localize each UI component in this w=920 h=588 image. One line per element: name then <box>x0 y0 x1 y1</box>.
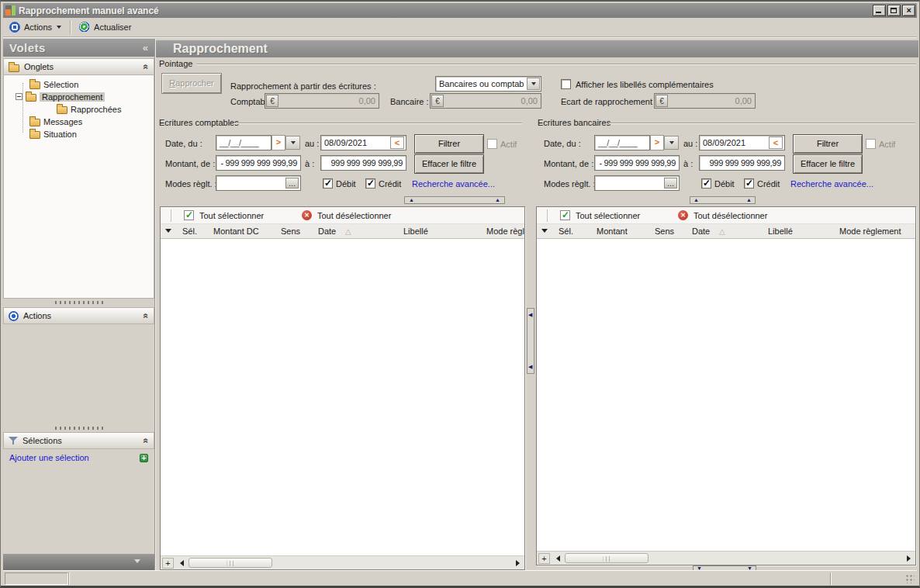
column-header[interactable]: Montant DC <box>213 227 259 236</box>
minimize-button[interactable] <box>873 5 886 16</box>
au-label: au : <box>683 139 697 148</box>
filtrer-button[interactable]: Filtrer <box>793 134 863 154</box>
collapse-expander-icon[interactable] <box>16 93 22 100</box>
select-all-link[interactable]: Tout sélectionner <box>199 211 264 220</box>
tree-item-rapprochees[interactable]: Rapprochées <box>57 103 121 115</box>
date-picker-button[interactable]: < <box>769 137 783 149</box>
montant-from-field[interactable]: - 999 999 999 999,99 <box>594 155 680 171</box>
date-fill-button[interactable]: > <box>650 135 664 150</box>
select-all-link[interactable]: Tout sélectionner <box>576 211 640 220</box>
column-header[interactable]: Sél. <box>182 227 197 236</box>
source-label: Rapprochement à partir des écritures : <box>230 81 376 91</box>
column-header[interactable]: Mode règlement <box>839 227 901 236</box>
column-header[interactable]: Montant <box>597 227 628 236</box>
recherche-avancee-link[interactable]: Recherche avancée... <box>412 179 495 189</box>
modes-reglement-field[interactable]: ... <box>216 175 301 191</box>
row-selector-icon[interactable] <box>165 229 171 233</box>
debit-checkbox[interactable] <box>323 178 333 189</box>
filter-group-comptables: Ecritures comptables Date, du : __/__/__… <box>156 118 525 195</box>
column-header[interactable]: Libellé <box>403 227 428 236</box>
page-title: Rapprochement <box>156 40 918 57</box>
grid-body[interactable] <box>161 239 524 555</box>
grid-body[interactable] <box>537 239 915 551</box>
au-label: au : <box>305 139 319 148</box>
refresh-button[interactable]: Actualiser <box>73 19 137 36</box>
actions-menu-button[interactable]: Actions <box>3 19 67 36</box>
rapprocher-button[interactable]: Rapprocher <box>161 73 222 94</box>
credit-checkbox[interactable] <box>365 178 375 189</box>
effacer-filtre-button[interactable]: Effacer le filtre <box>414 154 484 174</box>
debit-checkbox[interactable] <box>701 178 711 189</box>
section-selections[interactable]: Sélections « <box>3 432 154 449</box>
collapse-splitter[interactable]: ▲ ▲ <box>404 196 505 204</box>
filtrer-button[interactable]: Filtrer <box>414 134 484 154</box>
date-to-field[interactable]: 08/09/2021 < <box>320 135 406 150</box>
combo-dropdown-button[interactable] <box>527 78 540 90</box>
column-header[interactable]: Sens <box>655 227 674 236</box>
sidebar-bottom-bar[interactable] <box>3 554 154 570</box>
scroll-left-icon[interactable] <box>556 555 560 562</box>
tree-item-selection[interactable]: Sélection <box>29 78 78 90</box>
column-header[interactable]: Sél. <box>559 227 573 236</box>
maximize-button[interactable] <box>887 5 901 16</box>
horizontal-scrollbar[interactable]: + <box>161 555 524 569</box>
grid-toolbar: Tout sélectionner ✕ Tout désélectionner <box>537 207 915 224</box>
scroll-left-icon[interactable] <box>180 560 184 566</box>
date-fill-button[interactable]: > <box>272 135 285 150</box>
source-combobox[interactable]: Bancaires ou comptab <box>435 76 541 92</box>
effacer-filtre-button[interactable]: Effacer le filtre <box>793 154 863 174</box>
modes-reglement-field[interactable]: ... <box>594 175 680 191</box>
tree-item-messages[interactable]: Messages <box>29 116 82 127</box>
tree-item-rapprochement[interactable]: Rapprochement <box>16 91 105 102</box>
comptable-amount-field: € 0,00 <box>265 93 379 109</box>
scrollbar-thumb[interactable] <box>188 558 272 568</box>
scroll-right-icon[interactable] <box>907 555 911 562</box>
sort-ascending-icon[interactable]: △ <box>345 227 351 236</box>
splitter-handle[interactable] <box>55 301 103 304</box>
collapse-panel-icon[interactable]: « <box>143 42 148 54</box>
scrollbar-thumb[interactable] <box>565 553 648 563</box>
montant-from-value: - 999 999 999 999,99 <box>599 158 676 168</box>
sort-ascending-icon[interactable]: △ <box>719 227 725 236</box>
credit-checkbox[interactable] <box>744 178 754 189</box>
add-row-button[interactable]: + <box>162 558 174 569</box>
horizontal-scrollbar[interactable]: + <box>537 551 915 565</box>
credit-label: Crédit <box>757 179 780 189</box>
section-onglets[interactable]: Onglets « <box>3 58 154 75</box>
tree-item-situation[interactable]: Situation <box>29 128 77 140</box>
section-actions[interactable]: Actions « <box>3 307 154 324</box>
deselect-all-icon: ✕ <box>678 210 688 220</box>
splitter-handle[interactable] <box>55 427 103 430</box>
date-dropdown-button[interactable] <box>285 135 300 150</box>
column-header[interactable]: Libellé <box>768 227 793 236</box>
date-picker-button[interactable]: < <box>390 137 404 149</box>
deselect-all-link[interactable]: Tout désélectionner <box>693 211 767 220</box>
column-header[interactable]: Sens <box>281 227 300 236</box>
triangle-up-icon: ▲ <box>746 197 752 203</box>
date-from-field[interactable]: __/__/____ <box>594 135 650 150</box>
add-row-button[interactable]: + <box>538 553 550 564</box>
column-header[interactable]: Date <box>692 227 710 236</box>
collapse-splitter[interactable]: ▲ ▲ <box>690 196 756 204</box>
montant-to-field[interactable]: 999 999 999 999,99 <box>320 155 406 171</box>
column-header[interactable]: Date <box>318 227 336 236</box>
add-plus-icon[interactable]: + <box>140 454 148 462</box>
scroll-right-icon[interactable] <box>516 560 520 566</box>
montant-from-field[interactable]: - 999 999 999 999,99 <box>216 155 301 171</box>
window-title: Rapprochement manuel avancé <box>19 5 159 16</box>
close-button[interactable]: × <box>902 5 915 16</box>
date-dropdown-button[interactable] <box>664 135 679 150</box>
resize-grip[interactable] <box>904 573 915 583</box>
add-selection-link[interactable]: Ajouter une sélection <box>9 453 89 462</box>
browse-ellipsis-button[interactable]: ... <box>285 178 299 189</box>
row-selector-icon[interactable] <box>541 229 548 233</box>
date-to-field[interactable]: 08/09/2021 < <box>699 135 785 150</box>
browse-ellipsis-button[interactable]: ... <box>664 178 677 189</box>
column-header[interactable]: Mode règl <box>486 227 524 236</box>
montant-to-field[interactable]: 999 999 999 999,99 <box>699 155 785 171</box>
show-labels-checkbox[interactable] <box>561 79 571 89</box>
recherche-avancee-link[interactable]: Recherche avancée... <box>790 179 873 189</box>
deselect-all-link[interactable]: Tout désélectionner <box>317 211 391 220</box>
collapse-splitter-vertical[interactable]: ◀ ◀ <box>527 308 534 374</box>
date-from-field[interactable]: __/__/____ <box>216 135 272 150</box>
